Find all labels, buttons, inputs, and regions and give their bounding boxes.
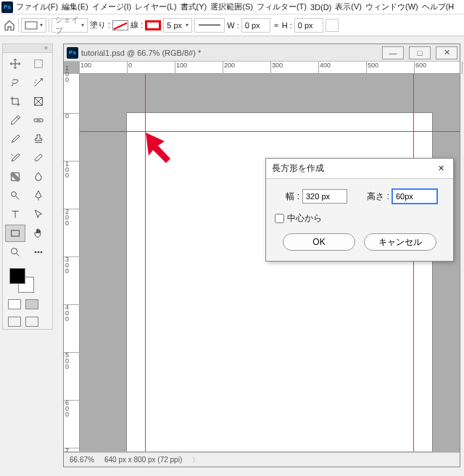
svg-rect-0 xyxy=(25,22,37,29)
wand-tool[interactable] xyxy=(28,74,49,91)
app-logo: Ps xyxy=(1,1,13,13)
move-tool[interactable] xyxy=(5,55,25,72)
fill-label: 塗り : xyxy=(90,20,110,30)
zoom-level[interactable]: 66.67% xyxy=(70,456,94,464)
document-dimensions[interactable]: 640 px x 800 px (72 ppi) xyxy=(104,456,182,464)
svg-rect-1 xyxy=(35,60,43,68)
svg-point-7 xyxy=(12,249,17,254)
marquee-tool[interactable] xyxy=(28,55,49,72)
from-center-checkbox[interactable] xyxy=(275,214,284,223)
menu-edit[interactable]: 編集(E) xyxy=(61,1,89,12)
menu-window[interactable]: ウィンドウ(W) xyxy=(365,1,419,12)
menu-3d[interactable]: 3D(D) xyxy=(310,3,332,12)
document-titlebar: Ps tutorial1.psd @ 66.7% (RGB/8#) * — □ … xyxy=(64,44,460,62)
tools-panel: « xyxy=(2,43,53,330)
shape-mode-dropdown[interactable]: シェイプ▾ xyxy=(51,18,88,33)
type-tool[interactable] xyxy=(5,206,25,223)
screen-mode[interactable] xyxy=(5,317,50,327)
width-input[interactable] xyxy=(302,189,347,204)
lasso-tool[interactable] xyxy=(5,74,25,91)
width-input[interactable]: 0 px xyxy=(241,18,270,33)
ok-button[interactable]: OK xyxy=(283,233,355,251)
from-center-label: 中心から xyxy=(287,212,322,225)
heal-tool[interactable] xyxy=(28,112,49,129)
stroke-label: 線 : xyxy=(130,20,143,30)
dialog-title: 長方形を作成 xyxy=(272,162,434,175)
close-icon[interactable]: ✕ xyxy=(434,162,447,175)
blur-tool[interactable] xyxy=(28,168,49,185)
menu-type[interactable]: 書式(Y) xyxy=(180,1,208,12)
path-select-tool[interactable] xyxy=(28,206,49,223)
width-label: 幅 : xyxy=(275,191,299,203)
stroke-width-input[interactable]: 5 px▾ xyxy=(163,18,192,33)
menu-view[interactable]: 表示(V) xyxy=(334,1,362,12)
foreground-color[interactable] xyxy=(9,268,25,284)
menu-bar: Ps ファイル(F) 編集(E) イメージ(I) レイヤー(L) 書式(Y) 選… xyxy=(0,0,464,14)
ruler-horizontal[interactable]: 1000100200300400500600700 xyxy=(80,62,460,74)
hand-tool[interactable] xyxy=(28,225,49,242)
stroke-swatch[interactable] xyxy=(145,20,161,30)
brush-tool[interactable] xyxy=(5,130,25,148)
create-rectangle-dialog: 長方形を作成 ✕ 幅 : 高さ : 中心から OK キャンセル xyxy=(265,158,454,262)
menu-filter[interactable]: フィルター(T) xyxy=(256,1,307,12)
width-label: W : xyxy=(227,21,239,30)
eyedropper-tool[interactable] xyxy=(5,112,25,129)
options-bar: ▾ シェイプ▾ 塗り : 線 : 5 px▾ W : 0 px ⚭ H : 0 … xyxy=(0,14,464,36)
status-menu-icon[interactable]: 〉 xyxy=(192,455,199,465)
pen-tool[interactable] xyxy=(28,187,49,204)
rectangle-tool[interactable] xyxy=(5,225,25,242)
separator xyxy=(18,18,19,33)
height-input[interactable]: 0 px xyxy=(294,18,323,33)
edit-toolbar[interactable] xyxy=(28,243,49,261)
stroke-style-dropdown[interactable] xyxy=(194,18,225,33)
ruler-vertical[interactable]: 1000100200300400500600700800 xyxy=(64,74,80,451)
frame-tool[interactable] xyxy=(28,93,49,110)
home-icon[interactable] xyxy=(3,19,16,32)
gradient-tool[interactable] xyxy=(5,168,25,185)
color-swatches[interactable] xyxy=(5,267,50,292)
crop-tool[interactable] xyxy=(5,93,25,110)
height-input[interactable] xyxy=(392,189,437,204)
menu-image[interactable]: イメージ(I) xyxy=(91,1,132,12)
close-window-button[interactable]: ✕ xyxy=(436,46,457,59)
minimize-button[interactable]: — xyxy=(382,46,404,59)
height-label: 高さ : xyxy=(360,191,389,203)
document-title: tutorial1.psd @ 66.7% (RGB/8#) * xyxy=(81,49,379,57)
svg-point-9 xyxy=(38,251,39,253)
status-bar: 66.67% 640 px x 800 px (72 ppi) 〉 xyxy=(64,452,460,467)
eraser-tool[interactable] xyxy=(28,149,49,167)
svg-rect-6 xyxy=(12,230,20,236)
history-brush-tool[interactable] xyxy=(5,149,25,167)
svg-point-5 xyxy=(12,192,17,197)
svg-point-10 xyxy=(41,251,42,253)
link-icon[interactable]: ⚭ xyxy=(273,20,280,30)
menu-file[interactable]: ファイル(F) xyxy=(15,1,59,12)
zoom-tool[interactable] xyxy=(5,243,25,261)
menu-layer[interactable]: レイヤー(L) xyxy=(134,1,177,12)
guide-horizontal[interactable] xyxy=(80,131,460,132)
maximize-button[interactable]: □ xyxy=(409,46,431,59)
tool-preset-dropdown[interactable]: ▾ xyxy=(21,18,46,33)
dodge-tool[interactable] xyxy=(5,187,25,204)
panel-collapse-icon[interactable]: « xyxy=(2,43,53,52)
menu-help[interactable]: ヘルプ(H xyxy=(421,1,455,12)
cancel-button[interactable]: キャンセル xyxy=(364,233,436,251)
stamp-tool[interactable] xyxy=(28,130,49,148)
menu-select[interactable]: 選択範囲(S) xyxy=(210,1,254,12)
canvas-area[interactable] xyxy=(80,74,460,451)
height-label: H : xyxy=(282,21,292,30)
doc-icon: Ps xyxy=(67,47,78,59)
align-button[interactable] xyxy=(326,19,339,32)
fill-swatch[interactable] xyxy=(112,20,128,30)
quick-mask-toggle[interactable] xyxy=(5,299,50,309)
separator xyxy=(49,18,49,33)
svg-point-8 xyxy=(35,251,36,253)
